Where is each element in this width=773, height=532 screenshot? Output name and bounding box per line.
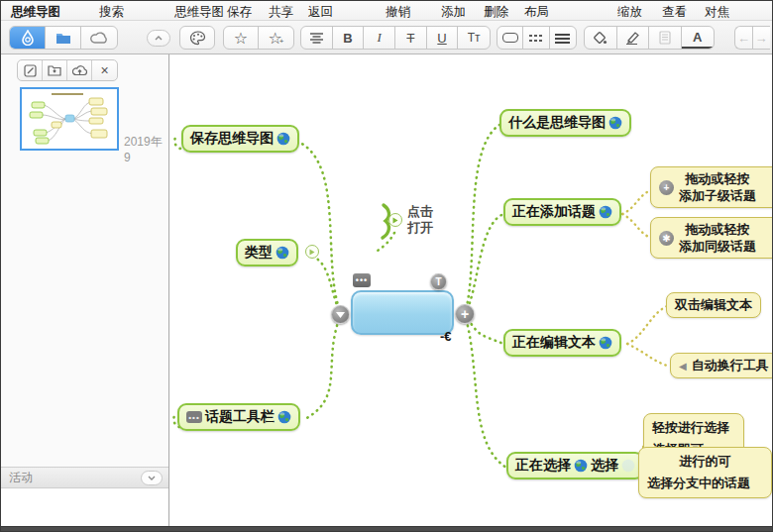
notes-icon[interactable] — [649, 27, 682, 49]
sidebar-actions: × — [17, 59, 118, 81]
shape-segment — [497, 26, 577, 50]
italic-button[interactable]: I — [364, 27, 395, 49]
toolbar: ☆ ☆+ B I T U Tт — [1, 21, 772, 54]
color-tools-segment: A — [584, 26, 715, 50]
forward-arrow-icon[interactable]: → — [753, 27, 770, 49]
sidebar-mode-segment — [9, 26, 118, 50]
star-add-icon[interactable]: ☆+ — [259, 27, 293, 49]
expand-type-icon[interactable] — [305, 245, 319, 259]
back-arrow-icon[interactable]: ← — [736, 27, 753, 49]
node-adding-topic[interactable]: 正在添加话题 — [503, 198, 621, 226]
palette-icon — [189, 31, 206, 46]
text-tool-button[interactable]: T — [430, 273, 447, 290]
pen-color-icon[interactable] — [617, 27, 650, 49]
menu-app-title[interactable]: 思维导图 — [11, 4, 60, 21]
align-center-icon[interactable] — [301, 27, 333, 49]
node-type[interactable]: 类型 — [236, 239, 298, 266]
add-topic-button[interactable]: + — [455, 304, 475, 324]
globe-icon — [277, 410, 291, 424]
globe-icon — [608, 116, 622, 130]
globe-icon — [599, 205, 612, 219]
cloud-icon[interactable] — [81, 27, 117, 49]
bold-button[interactable]: B — [333, 27, 365, 49]
menu-item-add[interactable]: 添加 — [441, 4, 466, 21]
dots-icon: ••• — [186, 411, 202, 423]
node-what-is-mindmap[interactable]: 什么是思维导图 — [499, 109, 631, 137]
menu-item-mindmap[interactable]: 思维导图 — [174, 4, 224, 21]
menu-item-layout[interactable]: 布局 — [524, 4, 549, 21]
import-folder-icon[interactable] — [43, 60, 67, 80]
menu-item-focus[interactable]: 对焦 — [705, 4, 729, 21]
plus-icon: + — [659, 180, 674, 195]
subnode-add-child[interactable]: + 拖动或轻按添加子级话题 — [650, 166, 773, 208]
menu-item-zoom[interactable]: 缩放 — [617, 4, 642, 21]
node-topic-toolbar[interactable]: ••• 话题工具栏 — [177, 403, 300, 431]
menu-item-save[interactable]: 保存 — [227, 4, 252, 21]
node-save-mindmap[interactable]: 保存思维导图 — [181, 125, 299, 153]
document-sidebar: × — [1, 54, 169, 526]
subnode-double-click-edit[interactable]: 双击编辑文本 — [666, 292, 761, 318]
menu-item-view[interactable]: 查看 — [662, 4, 687, 21]
font-size-button[interactable]: Tт — [458, 27, 490, 49]
node-selecting[interactable]: 正在选择 选择 — [506, 452, 644, 479]
menu-bar: 思维导图 搜索 思维导图 保存 共享 返回 撤销 添加 删除 布局 缩放 查看 … — [1, 1, 772, 21]
subnode-add-sibling[interactable]: ✱ 拖动或轻按添加同级话题 — [650, 217, 773, 259]
central-topic-node[interactable] — [351, 290, 454, 335]
favorite-segment: ☆ ☆+ — [223, 26, 294, 50]
menu-item-search[interactable]: 搜索 — [99, 4, 124, 21]
folder-icon[interactable] — [46, 27, 81, 49]
activity-list-empty — [1, 489, 168, 526]
mindmap-canvas[interactable]: ••• T + -€ 点击 打开 保存思维导图 类型 ••• 话题工具栏 — [170, 54, 773, 526]
play-open-icon[interactable] — [388, 213, 402, 227]
close-icon[interactable]: × — [92, 60, 117, 80]
window-bottom-edge — [1, 526, 772, 532]
collapse-left-button[interactable] — [331, 305, 350, 324]
activity-label: 活动 — [9, 470, 33, 486]
mindmap-drop-icon[interactable] — [10, 27, 46, 49]
star-icon[interactable]: ☆ — [224, 27, 259, 49]
new-document-icon[interactable] — [18, 60, 43, 80]
click-open-annotation: 点击 打开 — [407, 204, 433, 236]
text-format-segment: B I T U Tт — [300, 26, 491, 50]
text-color-button[interactable]: A — [682, 27, 714, 49]
line-style-icon[interactable] — [550, 27, 576, 49]
wrap-tool-icon: ◀ — [679, 361, 687, 372]
asterisk-icon: ✱ — [659, 231, 674, 246]
node-shape-icon[interactable] — [497, 27, 523, 49]
node-editing-text[interactable]: 正在编辑文本 — [503, 329, 621, 357]
fill-color-icon[interactable] — [585, 27, 617, 49]
document-thumbnail[interactable] — [20, 87, 119, 151]
sidebar-collapse-button[interactable] — [147, 30, 170, 47]
strikethrough-button[interactable]: T — [395, 27, 427, 49]
app-window: 思维导图 搜索 思维导图 保存 共享 返回 撤销 添加 删除 布局 缩放 查看 … — [0, 0, 773, 532]
activity-section-header[interactable]: 活动 — [1, 467, 168, 488]
dashed-border-icon[interactable] — [523, 27, 549, 49]
underline-button[interactable]: U — [427, 27, 459, 49]
menu-item-return[interactable]: 返回 — [308, 4, 333, 21]
subnode-select-branch[interactable]: 进行的可 选择分支中的话题 — [638, 447, 772, 498]
menu-item-undo[interactable]: 撤销 — [386, 4, 410, 21]
topic-toolbar-button[interactable]: ••• — [353, 273, 371, 287]
history-segment: ← → — [734, 26, 770, 50]
subnode-autowrap[interactable]: ◀ 自动换行工具 — [670, 353, 773, 378]
chevron-down-icon[interactable] — [141, 471, 163, 485]
globe-icon — [599, 336, 612, 350]
cloud-upload-icon[interactable] — [67, 60, 92, 80]
globe-icon — [276, 246, 289, 260]
style-palette-button[interactable] — [179, 26, 215, 50]
menu-item-delete[interactable]: 删除 — [484, 4, 508, 21]
globe-icon — [621, 459, 635, 473]
stylus-edit-icon: -€ — [440, 329, 452, 344]
menu-item-share[interactable]: 共享 — [269, 4, 293, 21]
globe-icon — [574, 459, 588, 473]
document-date: 2019年9 — [124, 134, 168, 164]
globe-icon — [276, 132, 290, 146]
